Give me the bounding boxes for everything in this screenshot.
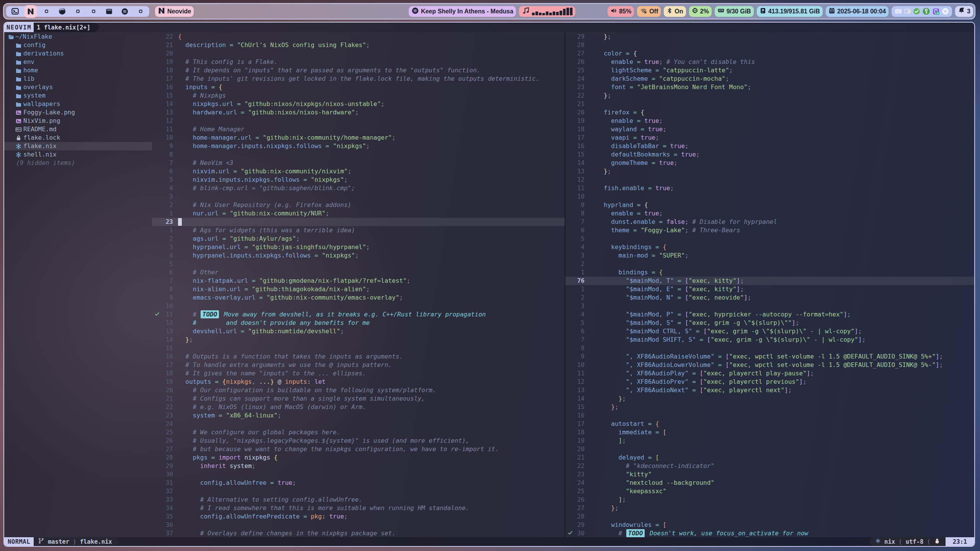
disk-module[interactable]: 413.19/915.81 GiB bbox=[757, 6, 823, 17]
editor-pane-right-line[interactable]: 29 }; bbox=[4, 33, 974, 41]
editor-pane-right-line[interactable]: 24 "nextcloud --background" bbox=[4, 479, 974, 487]
editor-pane-right-line[interactable]: 3 main-mod = "SUPER"; bbox=[4, 251, 974, 260]
screenshare-icon[interactable] bbox=[904, 8, 911, 15]
editor-pane-right-line[interactable]: 16 bbox=[4, 411, 974, 420]
editor-pane-right-line[interactable]: 26 enable = true; # You can't disable th… bbox=[4, 58, 974, 66]
editor-pane-right-line[interactable]: 11 fish.enable = true; bbox=[4, 184, 974, 192]
editor-pane-right-line[interactable]: 18 wayland = true; bbox=[4, 125, 974, 134]
editor-pane-right-line[interactable]: 11 ", XF86AudioPlay" = ["exec, playerctl… bbox=[4, 369, 974, 378]
memory-module[interactable]: 9/30 GiB bbox=[715, 6, 754, 17]
workspaces-module[interactable] bbox=[6, 6, 149, 17]
editor-pane-right-line[interactable]: 10 ", XF86AudioLowerVolume" = ["exec, wp… bbox=[4, 361, 974, 369]
editor-pane-right-line[interactable]: 25 "keepassxc" bbox=[4, 487, 974, 496]
nextcloud-icon[interactable] bbox=[913, 8, 920, 15]
code-token: [ bbox=[685, 319, 689, 326]
editor-pane-right-line[interactable]: 1 bindings = { bbox=[4, 268, 974, 277]
editor-pane-right-line[interactable]: 4 keybindings = { bbox=[4, 243, 974, 251]
editor-pane-right-line[interactable]: 5 bbox=[4, 235, 974, 243]
editor-pane-right-line[interactable]: 18 immediate = [ bbox=[4, 428, 974, 437]
code-token: ; bbox=[622, 496, 626, 503]
keyboard-icon[interactable] bbox=[895, 8, 902, 15]
git-branch-label[interactable]: master bbox=[48, 538, 69, 545]
line-number: 27 bbox=[563, 49, 585, 58]
editor-pane-right-line[interactable]: 15 defaultBookmarks = true; bbox=[4, 150, 974, 159]
workspace-9-square-icon[interactable] bbox=[136, 7, 145, 16]
editor-pane-right-line[interactable]: 13 }; bbox=[4, 167, 974, 176]
editor-pane-right-line[interactable]: 21 bbox=[4, 100, 974, 108]
network-module[interactable]: Off bbox=[637, 6, 661, 17]
workspace-8-spotify-icon[interactable] bbox=[120, 7, 129, 16]
buffer-tab[interactable]: 1 flake.nix[2+] bbox=[34, 23, 99, 32]
code-token bbox=[633, 58, 637, 65]
editor-pane-right-line[interactable]: 21 delayed = [ bbox=[4, 453, 974, 462]
editor-pane-right-line[interactable]: 23 "kitty" bbox=[4, 470, 974, 479]
spotify-tray-icon[interactable] bbox=[942, 8, 949, 15]
editor-pane-right-line[interactable]: 25 lightScheme = "catppuccin-latte"; bbox=[4, 66, 974, 75]
editor-pane-right-line[interactable]: 20 bbox=[4, 445, 974, 453]
editor-pane-right-line[interactable]: 17 autostart = { bbox=[4, 420, 974, 428]
cava-bar bbox=[549, 13, 552, 15]
editor-pane-right-line[interactable]: 10 bbox=[4, 192, 974, 201]
editor-pane-right-line[interactable]: 6 theme = "Foggy-Lake"; # Three-Bears bbox=[4, 226, 974, 235]
editor-pane-right-line[interactable]: 14 gnomeTheme = true; bbox=[4, 159, 974, 167]
workspace-3-square-icon[interactable] bbox=[42, 7, 51, 16]
editor-pane-right-line[interactable]: 12 ", XF86AudioPrev" = ["exec, playerctl… bbox=[4, 378, 974, 386]
clock-module[interactable]: 2025-06-18 00:04 bbox=[826, 6, 889, 17]
workspace-5-square-icon[interactable] bbox=[73, 7, 82, 16]
editor-pane-right-line[interactable]: 13 ", XF86AudioNext" = ["exec, playerctl… bbox=[4, 386, 974, 395]
editor-pane-right-line[interactable]: 1 "$mainMod, E" = ["exec, kitty"]; bbox=[4, 285, 974, 293]
line-number: 13 bbox=[563, 386, 585, 395]
editor-pane-right-line[interactable]: 14 }; bbox=[4, 395, 974, 403]
workspace-6-square-icon[interactable] bbox=[89, 7, 98, 16]
editor-pane-right-line[interactable]: 28 bbox=[4, 512, 974, 521]
editor-pane-right-line[interactable]: 7 "$mainMod SHIFT, S" = ["exec, grim -g … bbox=[4, 336, 974, 344]
kdeconnect-icon[interactable] bbox=[932, 8, 940, 15]
editor-pane-right-line[interactable]: 7 dunst.enable = false; # Disable for hy… bbox=[4, 218, 974, 226]
workspace-1-terminal-icon[interactable] bbox=[10, 7, 20, 16]
volume-module[interactable]: 85% bbox=[608, 6, 634, 17]
workspace-7-window-icon[interactable] bbox=[105, 7, 114, 16]
code-text: main-mod = "SUPER"; bbox=[589, 251, 689, 260]
editor-pane-right-line[interactable]: 5 "$mainMod, S" = ["exec, grim -g \"$(sl… bbox=[4, 319, 974, 327]
editor-pane-right-line[interactable]: 26 ]; bbox=[4, 496, 974, 504]
editor-pane-right-line[interactable]: 9 ", XF86AudioRaiseVolume" = ["exec, wpc… bbox=[4, 352, 974, 361]
editor-pane-right-line[interactable]: 19 enable = true; bbox=[4, 117, 974, 125]
cava-visualizer-module[interactable] bbox=[519, 6, 575, 17]
editor-pane-right-line[interactable]: 76 "$mainMod, T" = ["exec, kitty"]; bbox=[4, 277, 974, 285]
editor-pane-right-line[interactable]: 8 enable = true; bbox=[4, 209, 974, 218]
editor-pane-right-line[interactable]: 8 bbox=[4, 344, 974, 352]
editor-pane-right-line[interactable]: 9 hyprland = { bbox=[4, 201, 974, 209]
keepassxc-icon[interactable] bbox=[922, 7, 930, 15]
editor-pane-right-line[interactable]: 17 vaapi = true; bbox=[4, 134, 974, 142]
music-module[interactable]: Keep Shelly In Athens - Medusa bbox=[409, 6, 516, 17]
code-text: font = "JetBrainsMono Nerd Font Mono"; bbox=[589, 83, 751, 91]
editor-pane-right-line[interactable]: 4 "$mainMod, P" = ["exec, hyprpicker --a… bbox=[4, 310, 974, 319]
editor-pane-right-line[interactable]: 30 # TODO Doesn't work, use focus_on_act… bbox=[4, 529, 974, 538]
editor-pane-right-line[interactable]: 22 }; bbox=[4, 91, 974, 100]
code-text: }; bbox=[589, 167, 611, 176]
editor-pane-right-line[interactable]: 19 ]; bbox=[4, 437, 974, 445]
editor-pane-right-line[interactable]: 2 "$mainMod, N" = ["exec, neovide"]; bbox=[4, 293, 974, 302]
editor-pane-right-line[interactable]: 20 firefox = { bbox=[4, 108, 974, 117]
editor-pane-right-line[interactable]: 24 darkScheme = "catppuccin-mocha"; bbox=[4, 75, 974, 83]
workspace-4-firefox-icon[interactable] bbox=[57, 7, 67, 16]
editor-pane-right-line[interactable]: 28 bbox=[4, 41, 974, 49]
bluetooth-module[interactable]: On bbox=[664, 6, 686, 17]
cpu-module[interactable]: 2% bbox=[689, 6, 712, 17]
editor-pane-right-line[interactable]: 3 bbox=[4, 302, 974, 310]
editor-pane-right-line[interactable]: 23 font = "JetBrainsMono Nerd Font Mono"… bbox=[4, 83, 974, 91]
editor-pane-right-line[interactable]: 15 }; bbox=[4, 403, 974, 411]
window-title-module[interactable]: Neovide bbox=[155, 6, 194, 17]
cava-bars bbox=[532, 8, 573, 15]
editor-pane-right-line[interactable]: 27 color = { bbox=[4, 49, 974, 58]
editor-pane-right-line[interactable]: 22 # "kdeconnect-indicator" bbox=[4, 462, 974, 470]
editor-pane-right-line[interactable]: 6 "$mainMod CTRL, S" = ["exec, grim -g \… bbox=[4, 327, 974, 336]
code-token: Doesn't work, use focus_on_activate for … bbox=[646, 530, 808, 537]
notifications-module[interactable]: 3 bbox=[955, 6, 973, 17]
editor-pane-right-line[interactable]: 2 bbox=[4, 260, 974, 268]
editor-pane-right-line[interactable]: 29 windowrules = [ bbox=[4, 521, 974, 529]
editor-pane-right-line[interactable]: 12 bbox=[4, 176, 974, 184]
editor-pane-right-line[interactable]: 27 }; bbox=[4, 504, 974, 512]
workspace-2-neovide-icon[interactable] bbox=[26, 7, 35, 16]
editor-pane-right-line[interactable]: 16 disableTabBar = true; bbox=[4, 142, 974, 150]
